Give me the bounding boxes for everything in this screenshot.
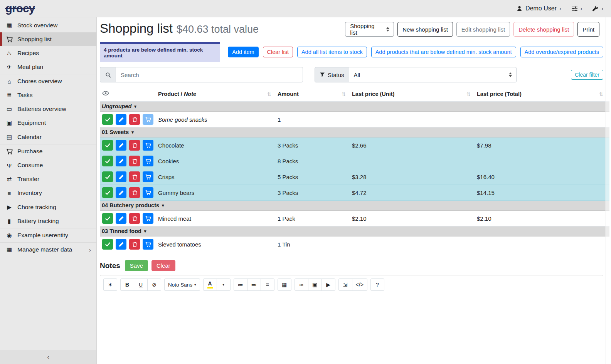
- codeview-button[interactable]: </>: [352, 278, 367, 291]
- sidebar-item-stock-overview[interactable]: ▦ Stock overview: [0, 18, 96, 32]
- new-shopping-list-button[interactable]: New shopping list: [397, 22, 453, 37]
- add-to-stock-button[interactable]: [143, 114, 153, 125]
- status-select[interactable]: All: [349, 67, 517, 82]
- column-last-price-total[interactable]: Last price (Total) ⇅: [477, 91, 609, 97]
- add-to-stock-button[interactable]: [143, 239, 153, 250]
- font-color-button[interactable]: A: [203, 278, 217, 291]
- group-row-sweets[interactable]: 01 Sweets ▾: [100, 127, 609, 138]
- add-all-to-stock-button[interactable]: Add all list items to stock: [297, 47, 367, 57]
- delete-button[interactable]: [129, 239, 140, 250]
- link-button[interactable]: ∞: [295, 278, 308, 291]
- fullscreen-icon: ⇲: [343, 282, 348, 288]
- group-row-butchery[interactable]: 04 Butchery products ▾: [100, 201, 609, 211]
- sidebar-item-calendar[interactable]: ▤ Calendar: [0, 130, 96, 144]
- column-product-note[interactable]: Product / Note ⇅: [158, 91, 278, 97]
- edit-button[interactable]: [116, 171, 126, 182]
- bold-button[interactable]: B: [120, 278, 134, 291]
- admin-menu[interactable]: ›: [592, 5, 603, 12]
- delete-button[interactable]: [129, 213, 140, 224]
- add-to-stock-button[interactable]: [143, 187, 153, 198]
- sidebar-item-equipment[interactable]: ▣ Equipment: [0, 116, 96, 130]
- delete-shopping-list-button[interactable]: Delete shopping list: [513, 22, 574, 37]
- sidebar-item-purchase[interactable]: Purchase: [0, 144, 96, 158]
- add-to-stock-button[interactable]: [143, 171, 153, 182]
- ordered-list-button[interactable]: ≕: [247, 278, 261, 291]
- delete-button[interactable]: [129, 171, 140, 182]
- group-row-ungrouped[interactable]: Ungrouped ▾: [100, 102, 609, 112]
- group-row-tinned-food[interactable]: 03 Tinned food ▾: [100, 226, 609, 237]
- done-button[interactable]: [102, 114, 113, 125]
- underline-button[interactable]: U: [134, 278, 148, 291]
- done-button[interactable]: [102, 171, 113, 182]
- add-to-stock-button[interactable]: [143, 156, 153, 166]
- column-last-price-unit[interactable]: Last price (Unit) ⇅: [352, 91, 477, 97]
- done-button[interactable]: [102, 187, 113, 198]
- edit-button[interactable]: [116, 156, 126, 166]
- clear-list-button[interactable]: Clear list: [263, 47, 293, 57]
- edit-button[interactable]: [116, 239, 126, 250]
- delete-button[interactable]: [129, 156, 140, 166]
- sidebar-item-shopping-list[interactable]: Shopping list: [0, 32, 96, 46]
- notes-save-button[interactable]: Save: [125, 260, 148, 271]
- done-button[interactable]: [102, 239, 113, 250]
- product-note: Some good snacks: [158, 116, 278, 123]
- settings-menu[interactable]: ›: [571, 5, 582, 12]
- done-button[interactable]: [102, 156, 113, 166]
- amount-cell: 8 Packs: [278, 158, 352, 164]
- add-overdue-button[interactable]: Add overdue/expired products: [520, 47, 603, 57]
- add-to-stock-button[interactable]: [143, 213, 153, 224]
- delete-button[interactable]: [129, 140, 140, 151]
- edit-shopping-list-button[interactable]: Edit shopping list: [456, 22, 510, 37]
- fullscreen-button[interactable]: ⇲: [338, 278, 352, 291]
- scrollbar[interactable]: [605, 17, 611, 364]
- sidebar-item-transfer[interactable]: ⇄ Transfer: [0, 172, 96, 186]
- sidebar-item-consume[interactable]: Ψ Consume: [0, 158, 96, 172]
- shopping-list-select[interactable]: Shopping list: [345, 22, 394, 37]
- column-amount[interactable]: Amount ⇅: [278, 91, 352, 97]
- edit-button[interactable]: [116, 213, 126, 224]
- done-button[interactable]: [102, 213, 113, 224]
- edit-button[interactable]: [116, 140, 126, 151]
- sidebar-item-manage-master-data[interactable]: ▦ Manage master data ›: [0, 242, 96, 257]
- delete-button[interactable]: [129, 114, 140, 125]
- grocy-logo[interactable]: grocy: [5, 3, 35, 14]
- add-to-stock-button[interactable]: [143, 140, 153, 151]
- print-button[interactable]: Print: [577, 22, 599, 37]
- font-family-button[interactable]: Noto Sans ▾: [164, 278, 200, 291]
- list-icon: ≡: [5, 190, 13, 196]
- search-input[interactable]: [116, 67, 303, 82]
- sidebar-item-chores-overview[interactable]: ⌂ Chores overview: [0, 74, 96, 88]
- sidebar-item-battery-tracking[interactable]: ▮ Battery tracking: [0, 214, 96, 228]
- edit-button[interactable]: [116, 114, 126, 125]
- sidebar-item-batteries-overview[interactable]: ▭ Batteries overview: [0, 102, 96, 116]
- below-min-stock-alert[interactable]: 4 products are below defined min. stock …: [100, 42, 220, 62]
- clear-formatting-button[interactable]: ⊘: [147, 278, 161, 291]
- unordered-list-button[interactable]: ≔: [234, 278, 247, 291]
- notes-editor-area[interactable]: [100, 294, 603, 364]
- sidebar-collapse-button[interactable]: ‹: [0, 350, 96, 364]
- magic-style-button[interactable]: ✶: [103, 278, 117, 291]
- visibility-toggle[interactable]: [100, 90, 158, 98]
- picture-button[interactable]: ▣: [308, 278, 322, 291]
- user-menu[interactable]: Demo User ›: [516, 5, 561, 12]
- font-family-value: Noto Sans: [168, 282, 192, 288]
- sidebar-item-tasks[interactable]: ≣ Tasks: [0, 88, 96, 102]
- sidebar-item-example-userentity[interactable]: ◉ Example userentity: [0, 228, 96, 242]
- sidebar-item-chore-tracking[interactable]: ▶ Chore tracking: [0, 200, 96, 214]
- help-button[interactable]: ?: [370, 278, 384, 291]
- status-filter-button[interactable]: Status: [315, 67, 349, 82]
- clear-filter-button[interactable]: Clear filter: [571, 70, 603, 80]
- add-item-button[interactable]: Add item: [228, 47, 258, 57]
- sidebar-item-recipes[interactable]: ♨ Recipes: [0, 46, 96, 60]
- add-below-min-stock-button[interactable]: Add products that are below defined min.…: [371, 47, 516, 57]
- notes-clear-button[interactable]: Clear: [151, 260, 175, 271]
- sidebar-item-meal-plan[interactable]: ✈ Meal plan: [0, 60, 96, 74]
- done-button[interactable]: [102, 140, 113, 151]
- sidebar-item-inventory[interactable]: ≡ Inventory: [0, 186, 96, 200]
- paragraph-button[interactable]: ≡: [261, 278, 274, 291]
- edit-button[interactable]: [116, 187, 126, 198]
- font-color-dropdown-button[interactable]: ▾: [217, 278, 231, 291]
- video-button[interactable]: ▶: [321, 278, 335, 291]
- table-button[interactable]: ▦: [278, 278, 291, 291]
- delete-button[interactable]: [129, 187, 140, 198]
